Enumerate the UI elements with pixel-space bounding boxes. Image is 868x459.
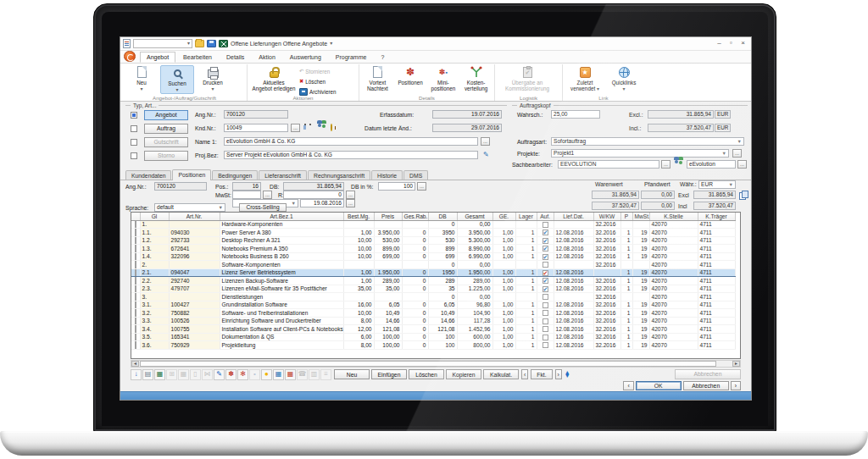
position-split-icon[interactable]: ✻	[237, 369, 248, 380]
table-cell-p[interactable]: 1	[620, 268, 632, 277]
table-cell-ge[interactable]: 1,00	[492, 245, 515, 253]
table-row[interactable]: 2.Software-Komponenten00,0032.2016420704…	[131, 261, 735, 269]
auf-checkbox-unchecked[interactable]	[542, 262, 548, 268]
auf-checkbox-checked[interactable]	[542, 278, 548, 284]
table-cell-kst[interactable]: 42070	[649, 325, 698, 334]
row-selector[interactable]	[135, 301, 136, 308]
table-cell-db[interactable]: 1950	[428, 268, 457, 277]
waehr-select[interactable]: EUR▼	[698, 180, 736, 189]
sort-updown-icon[interactable]: ▲▼	[565, 371, 570, 378]
summe-incl-field[interactable]: 37.520,47	[693, 202, 736, 210]
knd-nr-field[interactable]: 10049	[224, 124, 288, 132]
db-pct-lookup-button[interactable]: ...	[417, 182, 426, 191]
table-cell-gesamt[interactable]: 117,28	[457, 317, 492, 325]
table-cell-auf[interactable]	[537, 301, 554, 309]
row-selector[interactable]	[135, 277, 136, 285]
table-cell-mwst[interactable]: 19	[632, 277, 649, 285]
table-cell-kst[interactable]: 42070	[649, 301, 698, 309]
table-cell-artnr[interactable]: 094030	[169, 229, 220, 237]
row-selector[interactable]	[135, 229, 136, 236]
row-selector[interactable]	[135, 309, 136, 317]
tab-rechnungsanschrift[interactable]: Rechnungsanschrift	[308, 170, 370, 180]
name1-field[interactable]: eEvolution GmbH & Co. KG	[224, 137, 478, 146]
minipositionen-button[interactable]: ✽▪ Mini-positionen	[428, 65, 459, 92]
excel-export-icon[interactable]: ▦	[154, 369, 165, 380]
table-cell-p[interactable]: 1	[620, 252, 632, 261]
table-cell-ge[interactable]: 1,00	[492, 317, 515, 325]
table-cell-mwst[interactable]: 19	[632, 252, 649, 261]
table-cell-lager[interactable]: 1	[515, 229, 537, 237]
table-cell-best[interactable]: 1,00	[343, 229, 374, 237]
table-row[interactable]: 2.3.479707Lizenzen eMail-Software für 35…	[131, 285, 735, 293]
table-cell-p[interactable]: 1	[620, 285, 632, 293]
r-field[interactable]: 0	[283, 191, 344, 199]
zuletzt-verwendet-button[interactable]: ★ Zuletztverwendet ▾	[565, 65, 604, 92]
table-cell-artnr[interactable]: 100755	[169, 325, 220, 334]
table-cell-ktr[interactable]: 4711	[698, 333, 735, 341]
scrollbar-thumb[interactable]	[140, 361, 716, 367]
position-red-icon[interactable]: ✽	[225, 369, 236, 380]
datum-lookup-button[interactable]: ...	[346, 199, 355, 207]
table-cell-preis[interactable]: 699,00	[374, 252, 402, 261]
table-cell-bez[interactable]: Notebooks Business B 260	[220, 252, 343, 261]
column-header-p[interactable]: P	[620, 213, 632, 220]
auf-checkbox-unchecked[interactable]	[542, 222, 548, 228]
table-cell-preis[interactable]: 121,08	[374, 325, 402, 334]
column-header-best[interactable]: Best.Mg.	[343, 213, 374, 220]
wahrsch-field[interactable]: 25,00	[551, 110, 600, 119]
table-cell-p[interactable]: 1	[620, 277, 632, 285]
row-selector[interactable]	[135, 325, 136, 333]
warenwert-excl-field[interactable]: 31.865,94	[592, 191, 639, 199]
excl-field[interactable]: 31.865,94	[648, 110, 714, 119]
table-cell-rab[interactable]: 0	[402, 285, 428, 293]
tree-icon[interactable]: ≡	[320, 369, 331, 380]
table-cell-bez[interactable]: Einrichtung Software und Druckertreiber	[220, 317, 343, 325]
table-cell-best[interactable]: 12,00	[343, 325, 374, 334]
table-cell-bez[interactable]: Software- und Treiberinstallationen	[220, 309, 343, 318]
table-cell-lager[interactable]: 1	[515, 285, 537, 293]
table-cell-auf[interactable]	[537, 325, 554, 334]
table-cell-auf[interactable]	[537, 309, 554, 318]
table-cell-best[interactable]	[343, 293, 374, 301]
table-cell-bez[interactable]: Lizenzen eMail-Software für 35 Postfäche…	[220, 285, 343, 293]
table-cell-gesamt[interactable]: 0,00	[457, 261, 492, 269]
table-cell-ktr[interactable]: 4711	[698, 341, 735, 350]
table-cell-lief[interactable]	[554, 261, 593, 269]
pfand-excl-field[interactable]: 0,00	[641, 191, 675, 199]
column-header-db[interactable]: DB	[428, 213, 457, 220]
table-cell-lief[interactable]: 12.08.2016	[554, 301, 593, 309]
table-cell-gl[interactable]: 3.6.	[140, 341, 169, 350]
table-cell-rab[interactable]: 0	[402, 252, 428, 261]
table-cell-ge[interactable]: 1,00	[492, 309, 515, 318]
table-cell-ktr[interactable]: 4711	[698, 261, 735, 269]
abbrechen-button[interactable]: Abbrechen	[683, 381, 729, 390]
table-cell-artnr[interactable]: 292740	[169, 277, 220, 285]
table-cell-artnr[interactable]: 292733	[169, 236, 220, 245]
summe-excl-field[interactable]: 31.865,94	[693, 191, 736, 199]
warning-icon[interactable]: ●	[261, 369, 272, 380]
table-cell-best[interactable]: 10,00	[343, 236, 374, 245]
table-cell-lief[interactable]: 12.08.2016	[554, 285, 593, 293]
scroll-left-icon[interactable]: ◄	[131, 361, 139, 367]
row-selector[interactable]	[135, 341, 136, 349]
ribbon-tab-?[interactable]: ?	[374, 52, 391, 63]
table-cell-lager[interactable]: 1	[515, 245, 537, 253]
table-row[interactable]: 3.5.165341Dokumentation & QS6,00100,0001…	[131, 333, 735, 341]
column-header-kst[interactable]: K.Stelle	[649, 213, 698, 220]
table-cell-best[interactable]	[343, 261, 374, 269]
table-cell-ktr[interactable]: 4711	[698, 277, 735, 285]
ribbon-tab-aktion[interactable]: Aktion	[252, 52, 281, 63]
table-cell-sel[interactable]	[131, 309, 140, 318]
table-cell-auf[interactable]	[537, 293, 554, 301]
table-cell-bez[interactable]: Desktop Rechner A 321	[220, 236, 343, 245]
table-cell-ktr[interactable]: 4711	[698, 309, 735, 318]
table-cell-db[interactable]: 699	[428, 252, 457, 261]
table-cell-wkw[interactable]: 32.2016	[593, 341, 620, 350]
table-row[interactable]: 2.2.292740Lizenzen Backup-Software1,0028…	[131, 277, 735, 285]
table-cell-rab[interactable]	[402, 293, 428, 301]
table-cell-lief[interactable]: 12.08.2016	[554, 341, 593, 350]
table-cell-gl[interactable]: 3.3.	[140, 317, 169, 325]
table-cell-sel[interactable]	[131, 293, 140, 301]
table-cell-best[interactable]: 35,00	[343, 285, 374, 293]
auf-checkbox-unchecked[interactable]	[542, 302, 548, 308]
